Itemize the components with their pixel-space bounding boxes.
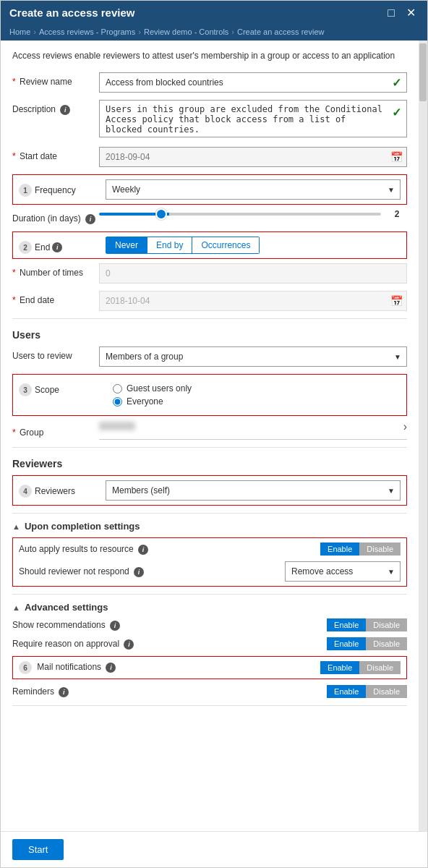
description-row: Description i Users in this group are ex… — [12, 100, 407, 140]
end-row: 2 End i Never End by Occurrences — [19, 237, 401, 254]
reminders-info-icon[interactable]: i — [59, 687, 69, 697]
scope-everyone-radio[interactable] — [113, 397, 122, 407]
not-respond-control: Remove access ▼ — [285, 561, 401, 582]
start-button[interactable]: Start — [12, 839, 64, 860]
breadcrumb-sep1: › — [33, 27, 36, 36]
reminders-label: Reminders i — [12, 686, 327, 697]
title-bar: Create an access review □ ✕ — [1, 1, 427, 25]
mail-info-icon[interactable]: i — [106, 663, 116, 673]
users-to-review-row: Users to review Members of a group ▼ — [12, 346, 407, 367]
frequency-label: 1 Frequency — [19, 179, 106, 197]
show-rec-info-icon[interactable]: i — [110, 621, 120, 631]
frequency-section: 1 Frequency Weekly ▼ — [12, 174, 407, 205]
description-label: Description i — [12, 100, 99, 115]
users-section-header: Users — [12, 329, 407, 341]
not-respond-select[interactable]: Remove access — [285, 561, 401, 582]
scrollbar[interactable] — [419, 41, 427, 831]
frequency-select[interactable]: Weekly — [106, 179, 401, 200]
start-date-calendar-icon: 📅 — [390, 151, 403, 163]
duration-info-icon[interactable]: i — [85, 214, 95, 224]
not-respond-info-icon[interactable]: i — [134, 567, 144, 577]
bottom-bar: Start — [1, 831, 427, 867]
start-date-control: 📅 — [99, 147, 407, 167]
mail-notifications-section: 6 Mail notifications i Enable Disable — [12, 656, 407, 679]
number-of-times-input — [99, 263, 407, 284]
completion-header[interactable]: ▲ Upon completion settings — [12, 521, 407, 532]
show-recommendations-row: Show recommendations i Enable Disable — [12, 618, 407, 631]
end-occurrences-btn[interactable]: Occurrences — [192, 237, 260, 254]
end-info-icon[interactable]: i — [52, 242, 62, 252]
group-value-text — [99, 422, 403, 433]
reminders-disable-btn[interactable]: Disable — [366, 685, 407, 698]
review-name-control: ✓ — [99, 72, 407, 93]
scrollbar-thumb[interactable] — [419, 43, 427, 101]
window-title: Create an access review — [9, 7, 134, 19]
end-never-btn[interactable]: Never — [106, 237, 147, 254]
auto-apply-disable-btn[interactable]: Disable — [359, 542, 401, 556]
auto-apply-enable-btn[interactable]: Enable — [320, 542, 359, 556]
breadcrumb-current: Create an access review — [237, 27, 324, 36]
end-endby-btn[interactable]: End by — [147, 237, 192, 254]
show-rec-toggle: Enable Disable — [327, 618, 407, 631]
require-reason-enable-btn[interactable]: Enable — [327, 637, 366, 650]
reviewers-select[interactable]: Members (self) — [106, 480, 401, 501]
scope-everyone-option[interactable]: Everyone — [113, 396, 393, 407]
divider-1 — [12, 318, 407, 319]
duration-value: 2 — [387, 209, 407, 219]
duration-slider-track[interactable] — [99, 213, 381, 216]
step3-badge: 3 — [19, 383, 32, 396]
duration-control: 2 — [99, 209, 407, 219]
show-rec-enable-btn[interactable]: Enable — [327, 618, 366, 631]
minimize-button[interactable]: □ — [385, 7, 398, 19]
review-name-input[interactable] — [99, 72, 407, 93]
not-respond-row: Should reviewer not respond i Remove acc… — [19, 561, 401, 582]
not-respond-label: Should reviewer not respond i — [19, 566, 285, 577]
end-date-control: 📅 — [99, 291, 407, 311]
show-recommendations-label: Show recommendations i — [12, 620, 327, 631]
number-of-times-label: * Number of times — [12, 263, 99, 278]
section-description: Access reviews enable reviewers to attes… — [12, 49, 407, 62]
step4-badge: 4 — [19, 485, 32, 498]
require-reason-disable-btn[interactable]: Disable — [366, 637, 407, 650]
group-nav-arrow[interactable]: › — [403, 420, 407, 433]
users-to-review-control: Members of a group ▼ — [99, 346, 407, 367]
scope-guest-radio[interactable] — [113, 384, 122, 393]
breadcrumb-controls[interactable]: Review demo - Controls — [144, 27, 228, 36]
number-of-times-row: * Number of times — [12, 263, 407, 284]
frequency-row: 1 Frequency Weekly ▼ — [19, 179, 401, 200]
description-valid-icon: ✓ — [392, 106, 401, 119]
end-section: 2 End i Never End by Occurrences — [12, 231, 407, 259]
description-control: Users in this group are excluded from th… — [99, 100, 407, 140]
scope-guest-option[interactable]: Guest users only — [113, 383, 393, 393]
group-blurred-text — [99, 422, 135, 430]
review-name-valid-icon: ✓ — [392, 76, 401, 90]
end-control: Never End by Occurrences — [106, 237, 401, 254]
scope-radio-group: Guest users only Everyone — [106, 379, 401, 411]
completion-collapse-icon: ▲ — [12, 522, 20, 531]
require-reason-info-icon[interactable]: i — [124, 639, 134, 650]
reviewers-label: 4 Reviewers — [19, 480, 106, 498]
mail-disable-btn[interactable]: Disable — [359, 661, 401, 674]
advanced-header[interactable]: ▲ Advanced settings — [12, 602, 407, 613]
frequency-control: Weekly ▼ — [106, 179, 401, 200]
require-reason-toggle: Enable Disable — [327, 637, 407, 650]
reminders-enable-btn[interactable]: Enable — [327, 685, 366, 698]
start-date-input[interactable] — [99, 147, 407, 167]
auto-apply-label: Auto apply results to resource i — [19, 544, 320, 555]
reminders-toggle: Enable Disable — [327, 685, 407, 698]
start-date-label: * Start date — [12, 147, 99, 161]
show-rec-disable-btn[interactable]: Disable — [366, 618, 407, 631]
breadcrumb-programs[interactable]: Access reviews - Programs — [39, 27, 135, 36]
description-info-icon[interactable]: i — [60, 105, 70, 115]
mail-enable-btn[interactable]: Enable — [320, 661, 359, 674]
group-label: * Group — [12, 423, 99, 438]
mail-notifications-row: 6 Mail notifications i Enable Disable — [19, 661, 401, 674]
duration-slider-thumb[interactable] — [155, 208, 167, 220]
title-bar-controls: □ ✕ — [385, 7, 419, 19]
start-date-row: * Start date 📅 — [12, 147, 407, 167]
description-textarea[interactable]: Users in this group are excluded from th… — [99, 100, 407, 137]
auto-apply-info-icon[interactable]: i — [138, 545, 148, 555]
close-button[interactable]: ✕ — [403, 7, 419, 19]
users-to-review-select[interactable]: Members of a group — [99, 346, 407, 367]
breadcrumb-home[interactable]: Home — [9, 27, 30, 36]
